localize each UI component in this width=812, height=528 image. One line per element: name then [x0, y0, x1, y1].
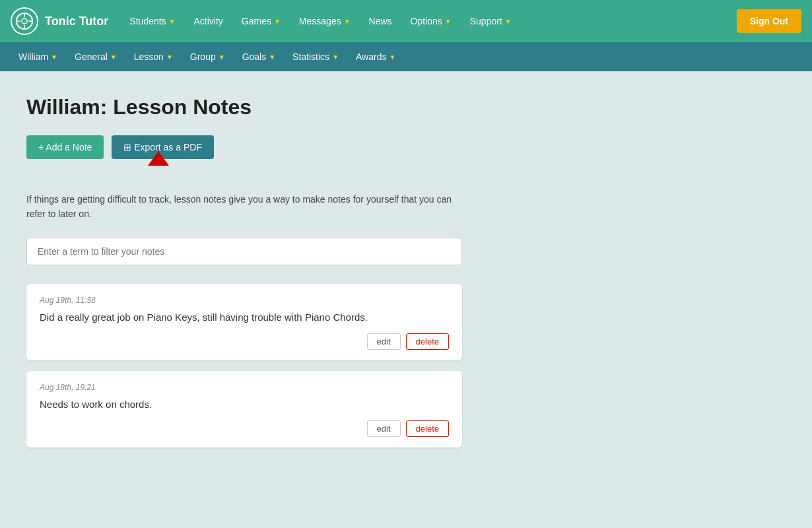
page-title: William: Lesson Notes [26, 95, 786, 119]
chevron-down-icon: ▼ [505, 18, 512, 25]
chevron-down-icon: ▼ [445, 18, 452, 25]
brand-name: Tonic Tutor [45, 15, 108, 28]
arrow-head-up [148, 151, 169, 166]
note-actions: edit delete [40, 420, 449, 437]
chevron-down-icon: ▼ [344, 18, 351, 25]
subnav-awards[interactable]: Awards ▼ [348, 48, 403, 66]
note-card: Aug 18th, 19:21 Needs to work on chords.… [26, 371, 462, 447]
nav-item-messages[interactable]: Messages ▼ [291, 11, 358, 32]
nav-item-support[interactable]: Support ▼ [462, 11, 520, 32]
filter-notes-input[interactable] [26, 238, 462, 265]
top-navigation: Tonic Tutor Students ▼ Activity Games ▼ … [0, 0, 812, 42]
add-note-button[interactable]: + Add a Note [26, 135, 104, 159]
subnav-group[interactable]: Group ▼ [182, 48, 233, 66]
chevron-down-icon: ▼ [332, 53, 339, 61]
subnav-william[interactable]: William ▼ [11, 48, 65, 66]
logo-icon [11, 7, 38, 35]
nav-item-options[interactable]: Options ▼ [403, 11, 459, 32]
nav-item-students[interactable]: Students ▼ [121, 11, 183, 32]
action-buttons: + Add a Note ⊞ Export as a PDF [26, 135, 786, 159]
sub-navigation: William ▼ General ▼ Lesson ▼ Group ▼ Goa… [0, 42, 812, 71]
subnav-general[interactable]: General ▼ [67, 48, 125, 66]
chevron-down-icon: ▼ [166, 53, 173, 61]
note-body: Did a really great job on Piano Keys, st… [40, 312, 449, 323]
chevron-down-icon: ▼ [51, 53, 57, 61]
nav-left: Tonic Tutor Students ▼ Activity Games ▼ … [11, 7, 520, 35]
chevron-down-icon: ▼ [219, 53, 225, 61]
note-date: Aug 19th, 11:58 [40, 296, 449, 305]
chevron-down-icon: ▼ [274, 18, 281, 25]
chevron-down-icon: ▼ [110, 53, 117, 61]
nav-item-news[interactable]: News [361, 11, 400, 32]
note-body: Needs to work on chords. [40, 399, 449, 410]
logo-area[interactable]: Tonic Tutor [11, 7, 108, 35]
subnav-lesson[interactable]: Lesson ▼ [126, 48, 181, 66]
description-text: If things are getting difficult to track… [26, 192, 462, 222]
edit-note-button[interactable]: edit [367, 420, 401, 437]
subnav-goals[interactable]: Goals ▼ [234, 48, 283, 66]
chevron-down-icon: ▼ [389, 53, 395, 61]
note-card: Aug 19th, 11:58 Did a really great job o… [26, 284, 462, 360]
sign-out-button[interactable]: Sign Out [737, 9, 801, 33]
edit-note-button[interactable]: edit [367, 333, 401, 350]
subnav-statistics[interactable]: Statistics ▼ [285, 48, 347, 66]
delete-note-button[interactable]: delete [406, 420, 449, 437]
main-content: William: Lesson Notes + Add a Note ⊞ Exp… [0, 71, 812, 482]
svg-point-1 [22, 18, 27, 24]
note-date: Aug 18th, 19:21 [40, 383, 449, 392]
chevron-down-icon: ▼ [269, 53, 275, 61]
nav-item-activity[interactable]: Activity [186, 11, 230, 32]
note-actions: edit delete [40, 333, 449, 350]
chevron-down-icon: ▼ [169, 18, 176, 25]
delete-note-button[interactable]: delete [406, 333, 449, 350]
nav-item-games[interactable]: Games ▼ [234, 11, 288, 32]
